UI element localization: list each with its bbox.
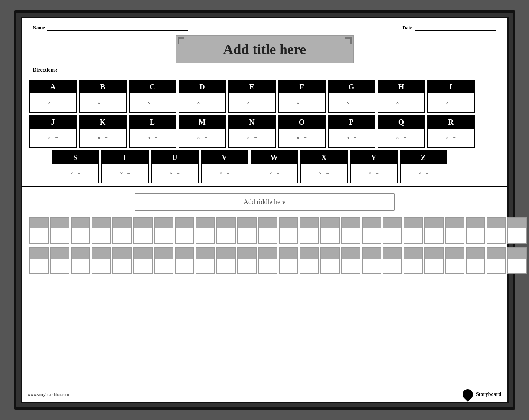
answer-cell-bottom[interactable] xyxy=(300,228,318,243)
answer-cell-bottom[interactable] xyxy=(342,259,360,273)
answer-cell[interactable] xyxy=(196,217,215,244)
answer-cell-bottom[interactable] xyxy=(342,228,360,243)
cipher-body-v[interactable]: ×= xyxy=(202,164,248,183)
answer-cell[interactable] xyxy=(258,217,277,244)
answer-cell[interactable] xyxy=(196,247,215,274)
answer-cell[interactable] xyxy=(50,217,69,244)
cipher-body-i[interactable]: ×= xyxy=(428,93,474,112)
answer-cell-bottom[interactable] xyxy=(155,228,173,243)
answer-cell-bottom[interactable] xyxy=(383,228,401,243)
answer-cell[interactable] xyxy=(29,217,49,244)
answer-cell[interactable] xyxy=(404,247,423,274)
answer-cell-bottom[interactable] xyxy=(155,259,173,273)
answer-cell-bottom[interactable] xyxy=(321,228,339,243)
answer-cell[interactable] xyxy=(507,247,527,274)
answer-cell-bottom[interactable] xyxy=(259,259,277,273)
cipher-body-u[interactable]: ×= xyxy=(152,164,198,183)
answer-cell-bottom[interactable] xyxy=(280,259,297,273)
cipher-body-p[interactable]: ×= xyxy=(329,129,375,147)
answer-cell[interactable] xyxy=(466,217,485,244)
cipher-body-k[interactable]: ×= xyxy=(80,129,126,147)
answer-cell-bottom[interactable] xyxy=(196,228,214,243)
cipher-body-f[interactable]: ×= xyxy=(279,93,325,112)
cipher-body-m[interactable]: ×= xyxy=(179,129,225,147)
answer-cell[interactable] xyxy=(487,247,506,274)
cipher-body-d[interactable]: ×= xyxy=(179,93,225,112)
answer-cell[interactable] xyxy=(320,247,340,274)
answer-cell[interactable] xyxy=(50,247,69,274)
answer-cell[interactable] xyxy=(175,217,194,244)
answer-cell-bottom[interactable] xyxy=(446,259,464,273)
cipher-body-t[interactable]: ×= xyxy=(102,164,148,183)
answer-cell-bottom[interactable] xyxy=(467,259,484,273)
answer-cell-bottom[interactable] xyxy=(404,228,422,243)
cipher-body-e[interactable]: ×= xyxy=(229,93,275,112)
answer-cell-bottom[interactable] xyxy=(300,259,318,273)
cipher-body-b[interactable]: ×= xyxy=(80,93,126,112)
cipher-body-a[interactable]: ×= xyxy=(30,93,76,112)
cipher-body-l[interactable]: ×= xyxy=(130,129,176,147)
answer-cell-bottom[interactable] xyxy=(425,228,443,243)
answer-cell-bottom[interactable] xyxy=(92,228,110,243)
answer-cell[interactable] xyxy=(279,247,298,274)
answer-cell[interactable] xyxy=(300,247,319,274)
answer-cell[interactable] xyxy=(29,247,49,274)
answer-cell-bottom[interactable] xyxy=(238,228,256,243)
answer-cell-bottom[interactable] xyxy=(92,259,110,273)
answer-cell[interactable] xyxy=(71,247,90,274)
cipher-body-g[interactable]: ×= xyxy=(329,93,375,112)
title-text[interactable]: Add title here xyxy=(184,41,346,58)
answer-cell[interactable] xyxy=(300,217,319,244)
answer-cell-bottom[interactable] xyxy=(508,228,526,243)
answer-cell[interactable] xyxy=(237,247,257,274)
answer-cell[interactable] xyxy=(154,247,173,274)
answer-cell-bottom[interactable] xyxy=(51,259,69,273)
answer-cell[interactable] xyxy=(92,217,111,244)
answer-cell-bottom[interactable] xyxy=(113,228,131,243)
cipher-body-n[interactable]: ×= xyxy=(229,129,275,147)
answer-cell-bottom[interactable] xyxy=(134,228,152,243)
answer-cell-bottom[interactable] xyxy=(280,228,297,243)
answer-cell[interactable] xyxy=(424,247,444,274)
answer-cell[interactable] xyxy=(466,247,485,274)
cipher-body-o[interactable]: ×= xyxy=(279,129,325,147)
answer-cell-bottom[interactable] xyxy=(134,259,152,273)
cipher-body-w[interactable]: ×= xyxy=(251,164,297,183)
answer-cell[interactable] xyxy=(112,217,132,244)
answer-cell[interactable] xyxy=(320,217,340,244)
answer-cell-bottom[interactable] xyxy=(259,228,277,243)
answer-cell[interactable] xyxy=(154,217,173,244)
cipher-body-r[interactable]: ×= xyxy=(428,129,474,147)
answer-cell[interactable] xyxy=(404,217,423,244)
answer-cell[interactable] xyxy=(362,217,381,244)
answer-cell[interactable] xyxy=(341,247,360,274)
answer-cell-bottom[interactable] xyxy=(508,259,526,273)
answer-cell-bottom[interactable] xyxy=(176,259,193,273)
cipher-body-j[interactable]: ×= xyxy=(30,129,76,147)
answer-cell-bottom[interactable] xyxy=(404,259,422,273)
answer-cell[interactable] xyxy=(258,247,277,274)
cipher-body-z[interactable]: ×= xyxy=(401,164,447,183)
riddle-text[interactable]: Add riddle here xyxy=(244,198,285,206)
answer-cell[interactable] xyxy=(237,217,257,244)
answer-cell[interactable] xyxy=(112,247,132,274)
answer-cell[interactable] xyxy=(175,247,194,274)
cipher-body-c[interactable]: ×= xyxy=(130,93,176,112)
answer-cell[interactable] xyxy=(133,247,153,274)
answer-cell[interactable] xyxy=(487,217,506,244)
cipher-body-s[interactable]: ×= xyxy=(52,164,98,183)
cipher-body-q[interactable]: ×= xyxy=(378,129,424,147)
answer-cell[interactable] xyxy=(445,247,464,274)
cipher-body-y[interactable]: ×= xyxy=(351,164,397,183)
answer-cell-bottom[interactable] xyxy=(51,228,69,243)
answer-cell-bottom[interactable] xyxy=(238,259,256,273)
answer-cell-bottom[interactable] xyxy=(467,228,484,243)
answer-cell-bottom[interactable] xyxy=(425,259,443,273)
answer-cell[interactable] xyxy=(71,217,90,244)
answer-cell[interactable] xyxy=(216,247,236,274)
answer-cell-bottom[interactable] xyxy=(196,259,214,273)
answer-cell-bottom[interactable] xyxy=(30,228,48,243)
answer-cell[interactable] xyxy=(92,247,111,274)
cipher-body-x[interactable]: ×= xyxy=(301,164,347,183)
answer-cell[interactable] xyxy=(383,247,402,274)
